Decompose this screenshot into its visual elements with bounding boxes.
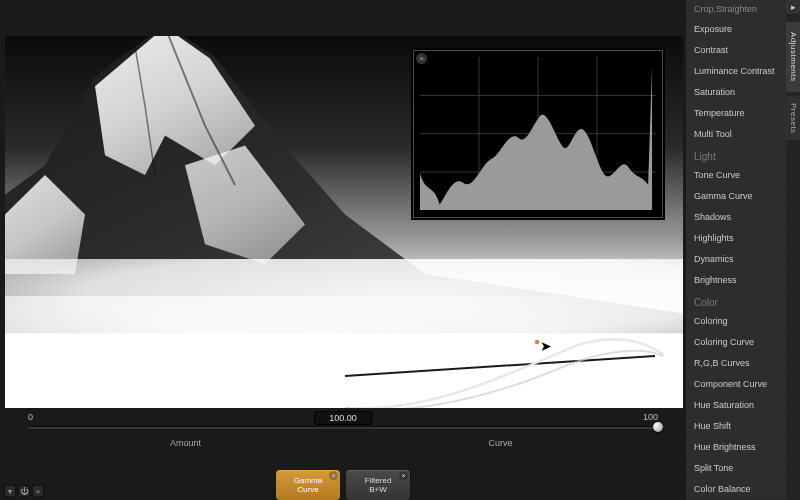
panel-item-tone-curve[interactable]: Tone Curve	[686, 165, 786, 186]
filter-chip-gamma[interactable]: GammaCurve×	[276, 470, 340, 500]
amount-knob[interactable]	[653, 422, 663, 432]
amount-slider[interactable]: 0 100 100.00	[28, 412, 658, 432]
chip-sublabel: B+W	[369, 485, 387, 494]
histogram-panel[interactable]: ×	[413, 50, 663, 218]
filter-chips-row: GammaCurve×FilteredB+W×	[10, 470, 676, 500]
amount-track[interactable]	[28, 426, 658, 429]
panel-item-split-tone[interactable]: Split Tone	[686, 458, 786, 479]
panel-item-r-g-b-curves[interactable]: R,G,B Curves	[686, 353, 786, 374]
image-viewport[interactable]: ➤ ×	[5, 36, 683, 408]
curve-label: Curve	[343, 438, 658, 448]
amount-value[interactable]: 100.00	[314, 411, 372, 425]
panel-item-saturation[interactable]: Saturation	[686, 82, 786, 103]
panel-item-luminance-contrast[interactable]: Luminance Contrast	[686, 61, 786, 82]
panel-item-shadows[interactable]: Shadows	[686, 207, 786, 228]
footer-dropdown-button[interactable]: ▾	[4, 485, 16, 497]
chip-sublabel: Curve	[297, 485, 318, 494]
panel-item-multi-tool[interactable]: Multi Tool	[686, 124, 786, 145]
panel-heading-color: Color	[686, 291, 786, 311]
panel-item-component-curve[interactable]: Component Curve	[686, 374, 786, 395]
panel-item-contrast[interactable]: Contrast	[686, 40, 786, 61]
panel-item-coloring-curve[interactable]: Coloring Curve	[686, 332, 786, 353]
footer-power-button[interactable]: ⏻	[18, 485, 30, 497]
panel-item-gamma-curve[interactable]: Gamma Curve	[686, 186, 786, 207]
panel-item-color-balance[interactable]: Color Balance	[686, 479, 786, 500]
amount-max-label: 100	[643, 412, 658, 422]
adjustments-panel: Crop,StraightenExposureContrastLuminance…	[686, 0, 786, 500]
chip-label: Gamma	[294, 476, 322, 485]
chip-label: Filtered	[365, 476, 392, 485]
panel-item-coloring[interactable]: Coloring	[686, 311, 786, 332]
tab-presets[interactable]: Presets	[786, 96, 800, 140]
panel-item-hue-saturation[interactable]: Hue Saturation	[686, 395, 786, 416]
filter-chip-filtered[interactable]: FilteredB+W×	[346, 470, 410, 500]
amount-min-label: 0	[28, 412, 33, 422]
footer-close-button[interactable]: ×	[32, 485, 44, 497]
panel-item-crop-straighten[interactable]: Crop,Straighten	[686, 0, 786, 19]
photo-clouds-low	[5, 296, 683, 408]
amount-label: Amount	[28, 438, 343, 448]
footer-toolbar: ▾ ⏻ ×	[4, 485, 44, 497]
panel-item-exposure[interactable]: Exposure	[686, 19, 786, 40]
panel-item-highlights[interactable]: Highlights	[686, 228, 786, 249]
chip-remove-button[interactable]: ×	[399, 471, 408, 480]
cursor-pointer-icon: ➤	[540, 338, 552, 354]
panel-heading-light: Light	[686, 145, 786, 165]
chip-remove-button[interactable]: ×	[329, 471, 338, 480]
tab-adjustments[interactable]: Adjustments	[786, 22, 800, 92]
panel-item-hue-brightness[interactable]: Hue Brightness	[686, 437, 786, 458]
side-rail: ▸ Adjustments Presets	[786, 0, 800, 500]
panel-item-hue-shift[interactable]: Hue Shift	[686, 416, 786, 437]
histogram-chart	[420, 57, 656, 210]
panel-item-brightness[interactable]: Brightness	[686, 270, 786, 291]
panel-item-temperature[interactable]: Temperature	[686, 103, 786, 124]
panel-item-dynamics[interactable]: Dynamics	[686, 249, 786, 270]
rail-expand-button[interactable]: ▸	[786, 0, 800, 14]
